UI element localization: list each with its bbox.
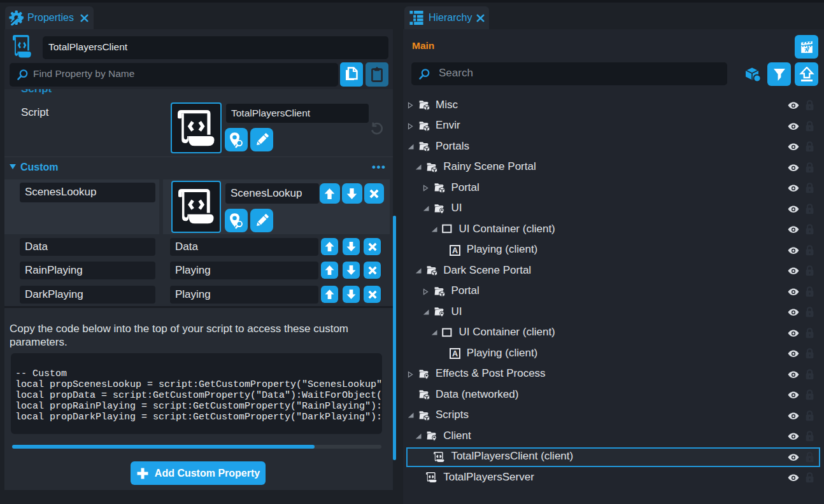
svg-text:A: A [452, 349, 458, 358]
svg-text:A: A [452, 246, 458, 255]
